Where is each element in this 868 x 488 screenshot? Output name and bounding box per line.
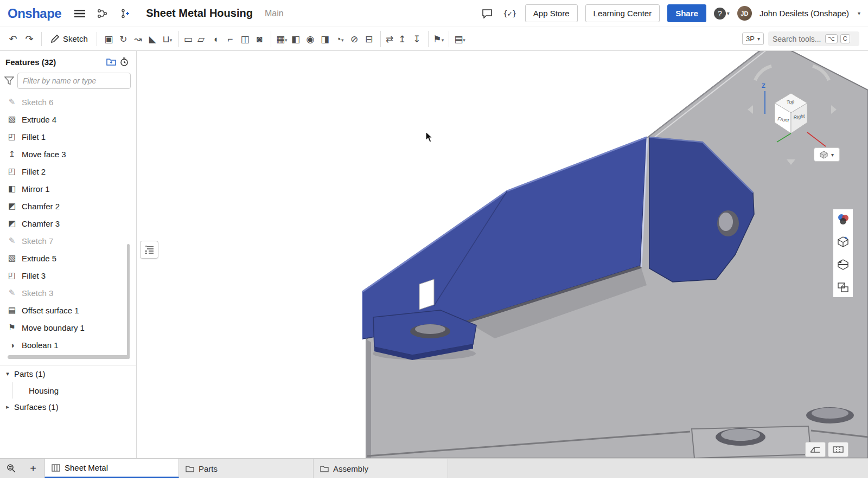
revolve-icon[interactable]: ↻	[116, 31, 131, 47]
app-store-button[interactable]: App Store	[525, 4, 578, 22]
delete-face-icon[interactable]: ⊘	[347, 31, 362, 47]
feature-item[interactable]: Chamfer 2	[0, 197, 136, 215]
copy-part-icon[interactable]: ▣	[101, 31, 116, 47]
feature-item[interactable]: Chamfer 3	[0, 215, 136, 232]
version-manager-icon[interactable]	[95, 6, 110, 21]
user-caret-icon: ▾	[858, 10, 860, 16]
rollback-wrap	[0, 352, 136, 362]
modify-corner-icon[interactable]: ⚑▾	[428, 31, 445, 47]
feature-item[interactable]: Extrude 5	[0, 249, 136, 267]
share-button[interactable]: Share	[667, 4, 706, 22]
document-title[interactable]: Sheet Metal Housing	[146, 7, 253, 20]
sweep-icon[interactable]: ↝	[131, 31, 145, 47]
feature-item[interactable]: Sketch 7	[0, 232, 136, 249]
perspective-button[interactable]: 3P ▾	[742, 33, 764, 45]
hamburger-menu-icon[interactable]	[72, 6, 87, 21]
rotate-right-arrow-icon[interactable]	[831, 105, 837, 114]
feature-item[interactable]: Move boundary 1	[0, 319, 136, 336]
features-scrollbar[interactable]	[127, 244, 130, 359]
view-options-button[interactable]: ▾	[814, 147, 840, 162]
search-tools-box[interactable]: ⌥ C	[768, 31, 859, 46]
undo-button[interactable]: ↶	[5, 31, 21, 47]
feature-item[interactable]: Extrude 4	[0, 111, 136, 128]
flange-icon[interactable]: ▱	[194, 31, 208, 47]
feature-item[interactable]: Fillet 2	[0, 163, 136, 180]
user-menu[interactable]: John Desilets (Onshape)	[760, 9, 849, 18]
help-icon[interactable]: ?	[714, 8, 726, 20]
feature-item[interactable]: Boolean 1	[0, 336, 136, 352]
insert-tab-button[interactable]: +	[26, 461, 40, 476]
onshape-logo[interactable]: Onshape	[8, 6, 61, 21]
graphics-area[interactable]: Z Top Front Right X ▾	[137, 51, 868, 458]
part-name-label: Housing	[29, 386, 59, 395]
featurescript-icon[interactable]: {✓}	[502, 6, 518, 21]
tab-manager-icon[interactable]	[4, 461, 18, 476]
corner-relief-icon[interactable]: ◙	[252, 31, 267, 47]
workspace-name[interactable]: Main	[265, 9, 284, 18]
delete-part-icon[interactable]: ⊟	[362, 31, 376, 47]
flat-pattern-panel-icon[interactable]	[835, 280, 851, 295]
linear-pattern-icon[interactable]: ▦▾	[271, 31, 289, 47]
feature-item[interactable]: Offset surface 1	[0, 301, 136, 319]
comments-icon[interactable]	[480, 6, 495, 21]
help-caret-icon: ▾	[727, 10, 730, 16]
appearance-panel-icon[interactable]	[835, 211, 851, 227]
offset-surface-icon[interactable]: ↧	[410, 31, 424, 47]
chevron-down-icon[interactable]: ▾	[4, 370, 11, 377]
chevron-right-icon[interactable]: ▸	[4, 403, 11, 410]
feature-item[interactable]: Sketch 3	[0, 284, 136, 301]
redo-button[interactable]: ↷	[22, 31, 37, 47]
tab-assembly[interactable]: Assembly	[314, 459, 448, 478]
sketch-label: Sketch	[63, 34, 88, 43]
features-panel-toggle-button[interactable]	[140, 241, 158, 259]
hem-icon[interactable]: ◖	[208, 31, 223, 47]
fillet-icon[interactable]: ◔▾	[333, 31, 347, 47]
flat-pattern-icon[interactable]: ▤▾	[449, 31, 467, 47]
features-panel: Features (32) Sketch 6 Extrude 4	[0, 51, 137, 458]
loft-icon[interactable]: ◣	[145, 31, 160, 47]
thicken-icon[interactable]: ⊔▾	[160, 31, 175, 47]
icon-fillet	[7, 132, 17, 142]
feature-item[interactable]: Fillet 1	[0, 128, 136, 145]
bend-icon[interactable]: ◫	[238, 31, 252, 47]
viewcube-top-label: Top	[786, 99, 795, 105]
section-panel-icon[interactable]	[835, 257, 851, 272]
performance-clock-icon[interactable]	[118, 56, 131, 67]
tab-parts[interactable]: Parts	[179, 459, 314, 478]
search-tools-input[interactable]	[773, 35, 822, 43]
sketch-button[interactable]: Sketch	[46, 31, 92, 47]
create-folder-icon[interactable]	[105, 56, 118, 67]
feature-item[interactable]: Sketch 6	[0, 93, 136, 111]
named-views-panel-icon[interactable]	[835, 234, 851, 249]
jog-icon[interactable]: ⌐	[223, 31, 238, 47]
sheet-metal-tab-icon[interactable]: ▭	[178, 31, 194, 47]
tab-sheet-metal[interactable]: Sheet Metal	[44, 459, 179, 478]
rotate-cw-arrow-icon[interactable]	[813, 66, 829, 80]
folded-view-button[interactable]	[805, 442, 826, 457]
view-options-caret-icon: ▾	[831, 152, 834, 158]
create-version-icon[interactable]	[118, 6, 133, 21]
mirror-icon[interactable]: ◧	[289, 31, 303, 47]
feature-item[interactable]: Mirror 1	[0, 180, 136, 197]
learning-center-button[interactable]: Learning Center	[585, 4, 660, 22]
filter-input[interactable]	[17, 73, 131, 89]
help-menu[interactable]: ? ▾	[714, 8, 730, 20]
transform-icon[interactable]: ⇄	[380, 31, 395, 47]
flat-pattern-view-button[interactable]	[828, 442, 848, 457]
rotate-down-arrow-icon[interactable]	[787, 159, 795, 165]
rollback-bar[interactable]	[8, 355, 129, 359]
surfaces-section-header[interactable]: ▸ Surfaces (1)	[0, 399, 136, 415]
feature-item[interactable]: Fillet 3	[0, 267, 136, 284]
feature-item[interactable]: Move face 3	[0, 145, 136, 163]
perspective-caret-icon: ▾	[757, 36, 760, 42]
boolean-icon[interactable]: ◉	[303, 31, 318, 47]
replace-face-icon[interactable]: ↥	[395, 31, 410, 47]
avatar[interactable]: JD	[737, 6, 752, 21]
split-icon[interactable]: ◨	[318, 31, 333, 47]
feature-toolbar: ↶ ↷ Sketch ▣ ↻ ↝ ◣ ⊔▾ ▭ ▱ ◖	[0, 27, 868, 51]
toolbar-separator	[41, 32, 42, 46]
rotate-ccw-arrow-icon[interactable]	[755, 66, 771, 80]
parts-section-header[interactable]: ▾ Parts (1)	[0, 365, 136, 382]
part-item-housing[interactable]: Housing	[12, 382, 136, 399]
rotate-left-arrow-icon[interactable]	[748, 105, 753, 114]
